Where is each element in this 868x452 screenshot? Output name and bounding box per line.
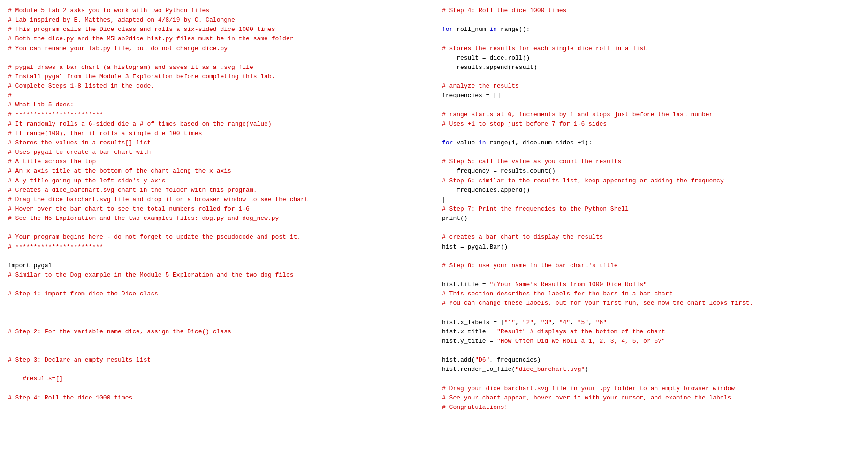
code-line [442,72,860,82]
code-line: hist.title = "(Your Name's Results from … [442,280,860,289]
code-line [442,34,860,44]
code-line: # Step 6: similar to the results list, k… [442,176,860,186]
code-line: # Step 5: call the value as you count th… [442,157,860,166]
code-line: # Step 4: Roll the dice 1000 times [8,393,426,403]
code-line: # stores the results for each single dic… [442,44,860,53]
code-line [442,148,860,157]
code-line [442,223,860,233]
code-line: hist.y_title = "How Often Did We Roll a … [442,337,860,346]
code-line [8,252,426,261]
code-line: for roll_num in range(): [442,25,860,34]
code-line: # range starts at 0, increments by 1 and… [442,110,860,120]
code-line: hist.x_title = "Result" # displays at th… [442,327,860,337]
code-line: results.append(result) [442,63,860,72]
code-line: for value in range(1, dice.num_sides +1)… [442,138,860,148]
right-code-panel: # Step 4: Roll the dice 1000 times for r… [434,0,868,452]
code-line [8,318,426,327]
code-line: result = dice.roll() [442,53,860,63]
code-line: # You can change these labels, but for y… [442,299,860,308]
code-line: # An x axis title at the bottom of the c… [8,166,426,176]
code-line: # Step 2: For the variable name dice, as… [8,327,426,337]
code-line: # Hover over the bar chart to see the to… [8,204,426,214]
code-line: hist = pygal.Bar() [442,242,860,252]
code-line: # ************************ [8,110,426,120]
code-line [8,280,426,289]
code-line: # [8,91,426,100]
code-line: # Step 3: Declare an empty results list [8,355,426,365]
code-line: # This program calls the Dice class and … [8,25,426,34]
code-line: # This section describes the labels for … [442,289,860,299]
code-line: # Step 7: Print the frequencies to the P… [442,204,860,214]
code-line: # Similar to the Dog example in the Modu… [8,271,426,280]
code-line: # If range(100), then it rolls a single … [8,129,426,138]
code-line [8,384,426,393]
code-line: # See your chart appear, hover over it w… [442,393,860,403]
code-line: | [442,195,860,204]
code-line: # Complete Steps 1-8 listed in the code. [8,82,426,91]
code-line [442,309,860,318]
code-line: # analyze the results [442,82,860,91]
code-line: # You can rename your lab.py file, but d… [8,44,426,53]
code-line: # Uses pygal to create a bar chart with [8,148,426,157]
code-line [442,252,860,261]
code-line: # Uses +1 to stop just before 7 for 1-6 … [442,120,860,129]
code-line [442,15,860,25]
code-line: hist.x_labels = ["1", "2", "3", "4", "5"… [442,318,860,327]
code-line [442,129,860,138]
code-line [442,100,860,110]
code-line: import pygal [8,261,426,271]
code-line: # ************************ [8,242,426,252]
code-line: # Drag the dice_barchart.svg file and dr… [8,195,426,204]
code-line: print() [442,214,860,223]
code-line: # Module 5 Lab 2 asks you to work with t… [8,6,426,15]
code-line: # It randomly rolls a 6-sided die a # of… [8,120,426,129]
code-line: # creates a bar chart to display the res… [442,233,860,242]
code-line [8,365,426,374]
code-line: hist.render_to_file("dice_barchart.svg") [442,365,860,374]
code-line: # pygal draws a bar chart (a histogram) … [8,63,426,72]
code-line: # See the M5 Exploration and the two exa… [8,214,426,223]
code-line [8,53,426,63]
code-line [442,374,860,384]
code-line: # Step 1: import from dice the Dice clas… [8,289,426,299]
code-line: # Install pygal from the Module 3 Explor… [8,72,426,82]
code-line [8,337,426,346]
code-line [8,299,426,308]
code-line [8,223,426,233]
code-line: hist.add("D6", frequencies) [442,355,860,365]
code-line: # Congratulations! [442,403,860,412]
code-line [442,346,860,355]
code-line: # Step 4: Roll the dice 1000 times [442,6,860,15]
code-line: # A title across the top [8,157,426,166]
code-line: #results=[] [8,374,426,384]
code-line [8,309,426,318]
code-line: frequencies.append() [442,186,860,195]
code-line: # Lab inspired by E. Matthes, adapted on… [8,15,426,25]
code-line: # Stores the values in a results[] list [8,138,426,148]
code-line: # Both the dice.py and the M5Lab2dice_hi… [8,34,426,44]
code-line [442,271,860,280]
code-line: # Your program begins here - do not forg… [8,233,426,242]
code-line: frequency = results.count() [442,166,860,176]
left-code-panel: # Module 5 Lab 2 asks you to work with t… [0,0,434,452]
code-line: # Creates a dice_barchart.svg chart in t… [8,186,426,195]
code-line: # A y title going up the left side's y a… [8,176,426,186]
code-line: # Drag your dice_barchart.svg file in yo… [442,384,860,393]
code-line: # What Lab 5 does: [8,100,426,110]
code-line [8,346,426,355]
code-line: # Step 8: use your name in the bar chart… [442,261,860,271]
code-line: frequencies = [] [442,91,860,100]
